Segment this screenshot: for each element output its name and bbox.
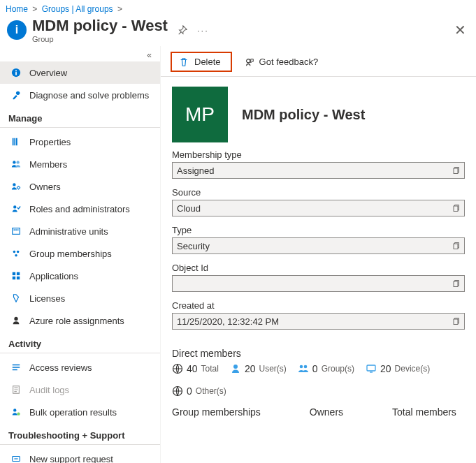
sidebar-item-label: Roles and administrators bbox=[29, 204, 130, 214]
group-avatar: MP bbox=[172, 87, 228, 142]
bulk-results-icon bbox=[10, 407, 22, 417]
sidebar-item-bulk-results[interactable]: Bulk operation results bbox=[0, 401, 160, 423]
sidebar-item-audit-logs[interactable]: Audit logs bbox=[0, 379, 160, 401]
field-value: Security bbox=[177, 241, 447, 251]
svg-point-10 bbox=[13, 205, 16, 208]
info-circle-icon bbox=[10, 68, 22, 78]
field-label: Created at bbox=[172, 300, 465, 311]
copy-icon[interactable] bbox=[447, 279, 460, 288]
sidebar-item-label: Owners bbox=[29, 182, 61, 192]
properties-icon bbox=[10, 137, 22, 147]
feedback-button[interactable]: Got feedback? bbox=[245, 57, 319, 67]
device-icon bbox=[366, 363, 377, 374]
stat-total-members-heading: Total members bbox=[392, 406, 456, 418]
svg-point-9 bbox=[17, 186, 20, 189]
direct-members-stats: 40 Total 20 User(s) 0 Group(s) bbox=[161, 363, 476, 397]
sidebar-item-label: Audit logs bbox=[29, 385, 69, 395]
pin-icon[interactable] bbox=[178, 25, 187, 35]
group-title: MDM policy - West bbox=[242, 107, 365, 123]
field-source: Source Cloud bbox=[172, 187, 465, 216]
svg-point-17 bbox=[15, 254, 17, 257]
copy-icon[interactable] bbox=[447, 317, 460, 325]
breadcrumb-home[interactable]: Home bbox=[6, 4, 28, 14]
sidebar-item-label: Overview bbox=[29, 68, 67, 78]
svg-point-24 bbox=[13, 409, 16, 411]
field-label: Type bbox=[172, 225, 465, 235]
feedback-label: Got feedback? bbox=[259, 57, 319, 67]
svg-point-15 bbox=[13, 251, 16, 253]
sidebar-heading-support: Troubleshooting + Support bbox=[0, 423, 160, 445]
feedback-icon bbox=[245, 57, 254, 67]
copy-icon[interactable] bbox=[447, 166, 460, 175]
wrench-icon bbox=[10, 90, 22, 100]
close-icon[interactable]: ✕ bbox=[452, 19, 469, 41]
sidebar-item-roles[interactable]: Roles and administrators bbox=[0, 198, 160, 220]
stat-others[interactable]: 0 Other(s) bbox=[172, 385, 226, 397]
field-value-box: Security bbox=[172, 237, 465, 254]
more-icon[interactable]: ··· bbox=[197, 25, 209, 36]
sidebar-item-administrative-units[interactable]: Administrative units bbox=[0, 220, 160, 242]
sidebar-item-properties[interactable]: Properties bbox=[0, 131, 160, 153]
stat-label: Device(s) bbox=[395, 364, 431, 374]
sidebar-item-applications[interactable]: Applications bbox=[0, 265, 160, 287]
globe-icon bbox=[172, 385, 183, 397]
svg-rect-3 bbox=[13, 138, 14, 146]
access-reviews-icon bbox=[10, 362, 22, 372]
admin-units-icon bbox=[10, 226, 22, 236]
svg-rect-19 bbox=[17, 272, 20, 275]
chevron-right-icon: > bbox=[115, 4, 124, 14]
svg-point-22 bbox=[14, 317, 17, 321]
copy-icon[interactable] bbox=[447, 204, 460, 212]
page-subtitle: Group bbox=[32, 35, 168, 43]
sidebar-item-members[interactable]: Members bbox=[0, 153, 160, 175]
svg-rect-12 bbox=[14, 229, 15, 230]
sidebar-item-owners[interactable]: Owners bbox=[0, 175, 160, 198]
stat-label: Total bbox=[201, 364, 219, 374]
stat-number: 20 bbox=[380, 363, 391, 374]
page-title: MDM policy - West bbox=[32, 17, 168, 35]
person-icon bbox=[10, 316, 22, 325]
members-icon bbox=[10, 159, 22, 169]
svg-point-36 bbox=[304, 365, 308, 369]
breadcrumb-groups[interactable]: Groups | All groups bbox=[42, 4, 113, 14]
sidebar-item-label: Administrative units bbox=[29, 226, 108, 237]
sidebar-heading-activity: Activity bbox=[0, 332, 160, 353]
stat-devices[interactable]: 20 Device(s) bbox=[366, 363, 430, 374]
sidebar-item-label: Azure role assignments bbox=[29, 316, 124, 326]
collapse-sidebar-icon[interactable]: « bbox=[0, 50, 160, 61]
groups-icon bbox=[298, 363, 309, 374]
stat-total[interactable]: 40 Total bbox=[172, 363, 219, 374]
field-value: Assigned bbox=[177, 166, 447, 176]
sidebar-item-diagnose[interactable]: Diagnose and solve problems bbox=[0, 84, 160, 106]
bottom-stats: Group memberships Owners Total members bbox=[161, 397, 476, 418]
audit-logs-icon bbox=[10, 385, 22, 395]
owners-icon bbox=[10, 182, 22, 191]
stat-groups[interactable]: 0 Group(s) bbox=[298, 363, 354, 374]
stat-label: User(s) bbox=[259, 364, 287, 374]
sidebar-item-azure-roles[interactable]: Azure role assignments bbox=[0, 309, 160, 332]
field-value: Cloud bbox=[177, 203, 447, 214]
sidebar: « Overview Diagnose and solve problems M… bbox=[0, 46, 161, 463]
globe-icon bbox=[172, 363, 183, 374]
sidebar-item-licenses[interactable]: Licenses bbox=[0, 287, 160, 309]
svg-point-6 bbox=[13, 161, 15, 163]
svg-point-8 bbox=[13, 183, 15, 186]
trash-icon bbox=[179, 57, 189, 67]
delete-button[interactable]: Delete bbox=[171, 52, 232, 72]
field-value-box: Assigned bbox=[172, 162, 465, 179]
sidebar-item-label: Bulk operation results bbox=[29, 407, 117, 418]
stat-users[interactable]: 20 User(s) bbox=[230, 363, 287, 374]
stat-number: 20 bbox=[245, 363, 256, 374]
copy-icon[interactable] bbox=[447, 242, 460, 250]
sidebar-item-group-memberships[interactable]: Group memberships bbox=[0, 242, 160, 265]
sidebar-item-label: Members bbox=[29, 159, 67, 170]
applications-icon bbox=[10, 271, 22, 281]
stat-number: 0 bbox=[187, 385, 192, 397]
sidebar-item-overview[interactable]: Overview bbox=[0, 61, 160, 84]
svg-point-16 bbox=[17, 251, 20, 253]
field-value: 11/25/2020, 12:32:42 PM bbox=[177, 316, 447, 327]
field-type: Type Security bbox=[172, 225, 465, 254]
sidebar-item-access-reviews[interactable]: Access reviews bbox=[0, 356, 160, 379]
sidebar-item-new-support[interactable]: New support request bbox=[0, 448, 160, 463]
field-membership-type: Membership type Assigned bbox=[172, 149, 465, 179]
